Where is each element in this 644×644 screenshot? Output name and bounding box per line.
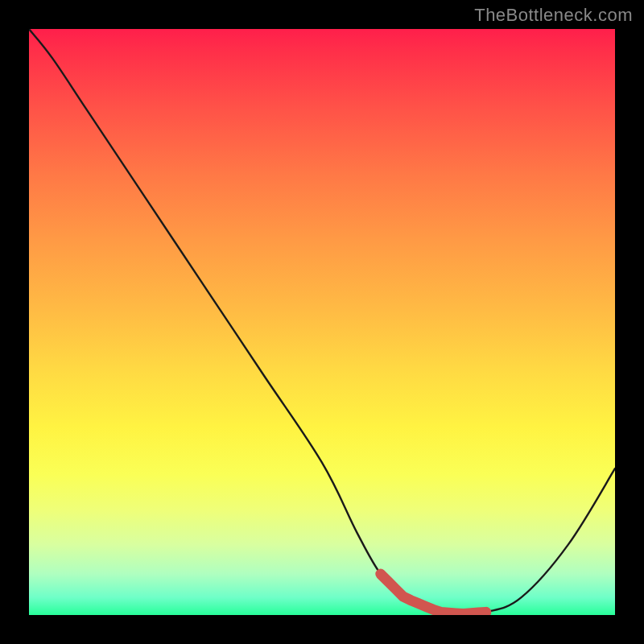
bottleneck-curve <box>29 29 615 614</box>
optimal-marker <box>381 574 486 613</box>
curve-svg <box>29 29 615 615</box>
chart-plot-area <box>29 29 615 615</box>
watermark-text: TheBottleneck.com <box>474 5 633 26</box>
